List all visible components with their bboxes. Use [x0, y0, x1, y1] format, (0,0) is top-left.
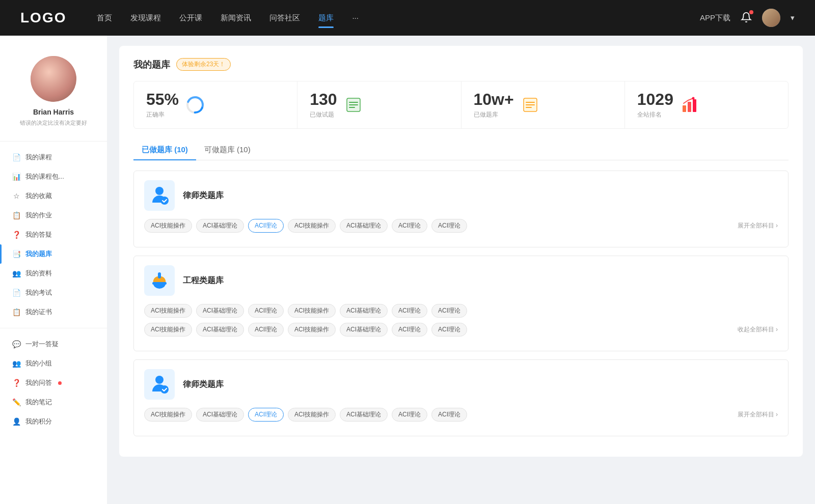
navbar-right: APP下载 ▾ — [700, 9, 795, 27]
sidebar-icon-0: 📄 — [12, 153, 20, 161]
sidebar-item-13[interactable]: 👤我的积分 — [0, 412, 107, 431]
tag-0-2[interactable]: ACI理论 — [248, 219, 284, 233]
sidebar-label-8: 我的证书 — [25, 307, 52, 317]
stat-done-banks-label: 已做题库 — [474, 110, 514, 119]
nav-menu-item-题库[interactable]: 题库 — [318, 11, 334, 25]
tag2-1-6[interactable]: ACI理论 — [431, 323, 467, 337]
tag-2-1[interactable]: ACI基础理论 — [196, 408, 244, 422]
stat-done-questions: 130 已做试题 — [297, 81, 461, 128]
sidebar-label-12: 我的笔记 — [25, 398, 52, 407]
sidebar-item-2[interactable]: ☆我的收藏 — [0, 186, 107, 206]
sidebar: Brian Harris 错误的决定比没有决定要好 📄我的课程📊我的课程包...… — [0, 36, 107, 504]
app-download-link[interactable]: APP下载 — [700, 13, 730, 23]
quizbank-section-1: 工程类题库ACI技能操作ACI基础理论ACI理论ACI技能操作ACI基础理论AC… — [133, 256, 789, 351]
tag-1-1[interactable]: ACI基础理论 — [196, 304, 244, 318]
quizbank-tags-row1-0: ACI技能操作ACI基础理论ACI理论ACI技能操作ACI基础理论ACI理论AC… — [144, 219, 778, 233]
tag2-1-1[interactable]: ACI基础理论 — [196, 323, 244, 337]
notification-bell[interactable] — [741, 12, 752, 24]
tag2-1-3[interactable]: ACI技能操作 — [288, 323, 336, 337]
svg-point-14 — [692, 97, 694, 100]
tag-0-6[interactable]: ACI理论 — [431, 219, 467, 233]
tag-2-0[interactable]: ACI技能操作 — [144, 408, 192, 422]
quizbank-icon-0 — [144, 180, 175, 211]
sidebar-icon-6: 👥 — [12, 269, 20, 277]
sidebar-label-5: 我的题库 — [25, 249, 52, 259]
section-header: 我的题库 体验剩余23天！ — [133, 58, 789, 71]
sidebar-icon-12: ✏️ — [12, 398, 20, 406]
stat-accuracy-label: 正确率 — [146, 110, 179, 119]
sidebar-icon-11: ❓ — [12, 379, 20, 387]
quizbank-list: 律师类题库ACI技能操作ACI基础理论ACI理论ACI技能操作ACI基础理论AC… — [133, 171, 789, 444]
svg-rect-18 — [152, 282, 167, 285]
sidebar-avatar — [31, 56, 76, 102]
stat-questions-icon — [344, 96, 363, 114]
tab-0[interactable]: 已做题库 (10) — [133, 141, 196, 160]
sidebar-label-3: 我的作业 — [25, 211, 52, 220]
sidebar-item-9[interactable]: 💬一对一答疑 — [0, 334, 107, 354]
sidebar-item-3[interactable]: 📋我的作业 — [0, 206, 107, 225]
tag-2-4[interactable]: ACI基础理论 — [340, 408, 388, 422]
user-dropdown-arrow[interactable]: ▾ — [791, 13, 795, 22]
expand-btn-2[interactable]: 展开全部科目 › — [738, 410, 778, 419]
sidebar-label-0: 我的课程 — [25, 153, 52, 162]
tag2-1-5[interactable]: ACI理论 — [392, 323, 427, 337]
tag-2-3[interactable]: ACI技能操作 — [288, 408, 336, 422]
nav-menu-item-公开课[interactable]: 公开课 — [179, 11, 202, 25]
tag-0-1[interactable]: ACI基础理论 — [196, 219, 244, 233]
nav-menu-item-首页[interactable]: 首页 — [97, 11, 112, 25]
sidebar-item-5[interactable]: 📑我的题库 — [0, 244, 107, 264]
tag-1-0[interactable]: ACI技能操作 — [144, 304, 192, 318]
nav-menu-item-问答社区[interactable]: 问答社区 — [269, 11, 300, 25]
tag-0-5[interactable]: ACI理论 — [392, 219, 427, 233]
sidebar-label-9: 一对一答疑 — [25, 340, 59, 349]
sidebar-item-7[interactable]: 📄我的考试 — [0, 283, 107, 302]
tag-1-5[interactable]: ACI理论 — [392, 304, 427, 318]
sidebar-item-8[interactable]: 📋我的证书 — [0, 302, 107, 322]
stat-ranking-label: 全站排名 — [637, 110, 673, 119]
tag-1-4[interactable]: ACI基础理论 — [340, 304, 388, 318]
sidebar-item-12[interactable]: ✏️我的笔记 — [0, 393, 107, 412]
stat-done-questions-label: 已做试题 — [310, 110, 337, 119]
stat-done-banks-value: 10w+ — [474, 91, 514, 108]
sidebar-icon-1: 📊 — [12, 173, 20, 181]
trial-badge: 体验剩余23天！ — [176, 58, 231, 71]
tag2-1-2[interactable]: ACI理论 — [248, 323, 284, 337]
nav-menu-item-新闻资讯[interactable]: 新闻资讯 — [221, 11, 251, 25]
tag-2-2[interactable]: ACI理论 — [248, 408, 284, 422]
nav-menu-item-···[interactable]: ··· — [352, 11, 359, 25]
sidebar-item-10[interactable]: 👥我的小组 — [0, 354, 107, 373]
collapse-btn-1[interactable]: 收起全部科目 › — [738, 325, 778, 334]
sidebar-item-1[interactable]: 📊我的课程包... — [0, 167, 107, 186]
sidebar-label-7: 我的考试 — [25, 288, 52, 297]
sidebar-icon-3: 📋 — [12, 211, 20, 219]
sidebar-motto: 错误的决定比没有决定要好 — [12, 119, 95, 127]
expand-btn-0[interactable]: 展开全部科目 › — [738, 221, 778, 230]
tag-0-0[interactable]: ACI技能操作 — [144, 219, 192, 233]
tag2-1-0[interactable]: ACI技能操作 — [144, 323, 192, 337]
sidebar-item-6[interactable]: 👥我的资料 — [0, 264, 107, 283]
page-wrapper: Brian Harris 错误的决定比没有决定要好 📄我的课程📊我的课程包...… — [0, 36, 815, 504]
tag-0-3[interactable]: ACI技能操作 — [288, 219, 336, 233]
user-avatar[interactable] — [762, 9, 780, 27]
sidebar-username: Brian Harris — [33, 108, 74, 116]
quizbank-header-0: 律师类题库 — [144, 180, 778, 211]
quizbank-icon-2 — [144, 369, 175, 400]
svg-point-16 — [160, 197, 169, 205]
sidebar-item-11[interactable]: ❓我的问答 — [0, 373, 107, 393]
tag2-1-4[interactable]: ACI基础理论 — [340, 323, 388, 337]
tag-1-2[interactable]: ACI理论 — [248, 304, 284, 318]
stat-accuracy: 55% 正确率 — [134, 81, 297, 128]
logo[interactable]: LOGO — [20, 10, 66, 26]
tag-0-4[interactable]: ACI基础理论 — [340, 219, 388, 233]
tag-1-3[interactable]: ACI技能操作 — [288, 304, 336, 318]
sidebar-item-0[interactable]: 📄我的课程 — [0, 148, 107, 167]
tag-2-6[interactable]: ACI理论 — [431, 408, 467, 422]
sidebar-label-10: 我的小组 — [25, 359, 52, 368]
sidebar-item-4[interactable]: ❓我的答疑 — [0, 225, 107, 244]
tag-2-5[interactable]: ACI理论 — [392, 408, 427, 422]
sidebar-icon-8: 📋 — [12, 308, 20, 316]
nav-menu-item-发现课程[interactable]: 发现课程 — [130, 11, 161, 25]
stat-banks-icon — [521, 96, 539, 114]
tag-1-6[interactable]: ACI理论 — [431, 304, 467, 318]
tab-1[interactable]: 可做题库 (10) — [196, 141, 259, 160]
